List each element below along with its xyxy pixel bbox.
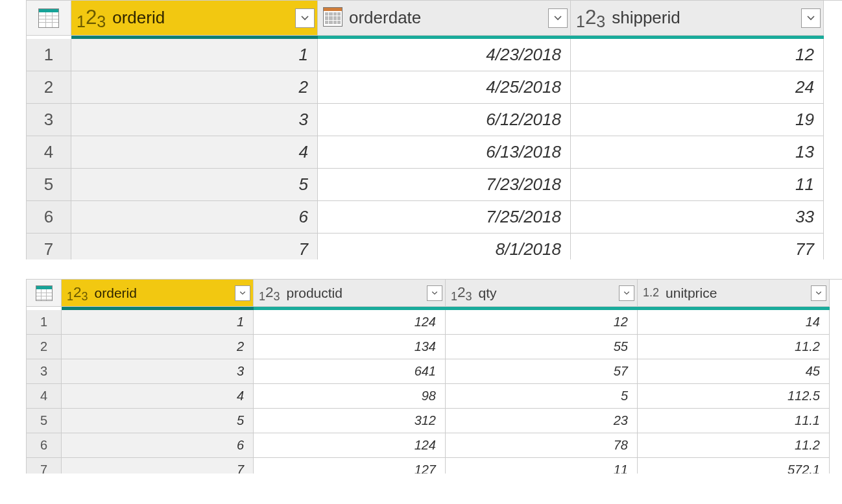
row-number[interactable]: 1 xyxy=(27,310,62,335)
cell-unitprice[interactable]: 572.1 xyxy=(638,458,830,474)
table-row[interactable]: 667/25/201833 xyxy=(27,201,842,234)
table-row[interactable]: 111241214 xyxy=(27,310,842,335)
cell-orderdate[interactable]: 7/25/2018 xyxy=(318,201,571,234)
cell-shipperid[interactable]: 12 xyxy=(571,39,824,71)
row-number[interactable]: 5 xyxy=(27,409,62,433)
cell-orderid[interactable]: 5 xyxy=(62,409,254,433)
table-row[interactable]: 336/12/201819 xyxy=(27,104,842,136)
column-header-shipperid[interactable]: 123shipperid xyxy=(571,1,824,36)
column-filter-qty[interactable] xyxy=(619,285,634,301)
column-filter-unitprice[interactable] xyxy=(811,285,826,301)
cell-orderdate[interactable]: 4/25/2018 xyxy=(318,71,571,104)
cell-orderid[interactable]: 6 xyxy=(62,433,254,458)
cell-shipperid[interactable]: 77 xyxy=(571,234,824,259)
cell-unitprice[interactable]: 11.2 xyxy=(638,433,830,458)
cell-orderdate[interactable]: 4/23/2018 xyxy=(318,39,571,71)
cell-orderdate[interactable]: 8/1/2018 xyxy=(318,234,571,259)
cell-qty[interactable]: 12 xyxy=(446,310,638,335)
cell-productid[interactable]: 134 xyxy=(254,335,446,359)
cell-orderid[interactable]: 6 xyxy=(71,201,318,234)
column-filter-shipperid[interactable] xyxy=(801,8,821,28)
row-number[interactable]: 6 xyxy=(27,433,62,458)
cell-qty[interactable]: 55 xyxy=(446,335,638,359)
table-row[interactable]: 44985112.5 xyxy=(27,384,842,409)
number-type-icon: 123 xyxy=(259,285,280,302)
row-number[interactable]: 1 xyxy=(27,39,71,71)
table-row[interactable]: 336415745 xyxy=(27,359,842,384)
cell-productid[interactable]: 124 xyxy=(254,310,446,335)
cell-orderid[interactable]: 5 xyxy=(71,169,318,201)
cell-orderid[interactable]: 4 xyxy=(71,136,318,169)
orderdetails-table[interactable]: 123orderid123productid123qty1.2unitprice… xyxy=(26,279,842,474)
cell-orderid[interactable]: 3 xyxy=(71,104,318,136)
select-all-corner[interactable] xyxy=(27,280,62,307)
cell-qty[interactable]: 5 xyxy=(446,384,638,409)
cell-unitprice[interactable]: 11.1 xyxy=(638,409,830,433)
cell-productid[interactable]: 641 xyxy=(254,359,446,384)
column-filter-orderid[interactable] xyxy=(295,8,315,28)
cell-shipperid[interactable]: 13 xyxy=(571,136,824,169)
cell-orderid[interactable]: 2 xyxy=(71,71,318,104)
cell-orderdate[interactable]: 6/13/2018 xyxy=(318,136,571,169)
row-number[interactable]: 4 xyxy=(27,384,62,409)
cell-orderid[interactable]: 7 xyxy=(71,234,318,259)
cell-orderid[interactable]: 4 xyxy=(62,384,254,409)
cell-orderid[interactable]: 7 xyxy=(62,458,254,474)
cell-shipperid[interactable]: 19 xyxy=(571,104,824,136)
cell-qty[interactable]: 78 xyxy=(446,433,638,458)
row-number[interactable]: 7 xyxy=(27,458,62,474)
cell-orderdate[interactable]: 6/12/2018 xyxy=(318,104,571,136)
cell-unitprice[interactable]: 45 xyxy=(638,359,830,384)
cell-unitprice[interactable]: 11.2 xyxy=(638,335,830,359)
table-row[interactable]: 557/23/201811 xyxy=(27,169,842,201)
row-number[interactable]: 7 xyxy=(27,234,71,259)
cell-shipperid[interactable]: 33 xyxy=(571,201,824,234)
cell-shipperid[interactable]: 11 xyxy=(571,169,824,201)
cell-qty[interactable]: 11 xyxy=(446,458,638,474)
table-row[interactable]: 446/13/201813 xyxy=(27,136,842,169)
cell-productid[interactable]: 124 xyxy=(254,433,446,458)
cell-unitprice[interactable]: 112.5 xyxy=(638,384,830,409)
cell-orderid[interactable]: 1 xyxy=(62,310,254,335)
column-label: qty xyxy=(476,285,497,301)
row-number[interactable]: 3 xyxy=(27,359,62,384)
cell-orderid[interactable]: 3 xyxy=(62,359,254,384)
table-row[interactable]: 224/25/201824 xyxy=(27,71,842,104)
cell-orderid[interactable]: 2 xyxy=(62,335,254,359)
row-number[interactable]: 6 xyxy=(27,201,71,234)
column-header-qty[interactable]: 123qty xyxy=(446,280,638,307)
cell-orderid[interactable]: 1 xyxy=(71,39,318,71)
column-filter-orderid[interactable] xyxy=(235,285,250,301)
column-header-productid[interactable]: 123productid xyxy=(254,280,446,307)
cell-orderdate[interactable]: 7/23/2018 xyxy=(318,169,571,201)
row-number[interactable]: 2 xyxy=(27,71,71,104)
table-row[interactable]: 221345511.2 xyxy=(27,335,842,359)
column-header-unitprice[interactable]: 1.2unitprice xyxy=(638,280,830,307)
row-number[interactable]: 3 xyxy=(27,104,71,136)
column-header-orderid[interactable]: 123orderid xyxy=(71,1,318,36)
table-row[interactable]: 114/23/201812 xyxy=(27,39,842,71)
table-row[interactable]: 661247811.2 xyxy=(27,433,842,458)
column-label: orderdate xyxy=(346,8,421,28)
select-all-corner[interactable] xyxy=(27,1,71,36)
cell-productid[interactable]: 98 xyxy=(254,384,446,409)
cell-qty[interactable]: 23 xyxy=(446,409,638,433)
cell-qty[interactable]: 57 xyxy=(446,359,638,384)
column-label: orderid xyxy=(110,8,165,28)
table-row[interactable]: 553122311.1 xyxy=(27,409,842,433)
row-number[interactable]: 4 xyxy=(27,136,71,169)
row-number[interactable]: 2 xyxy=(27,335,62,359)
row-number[interactable]: 5 xyxy=(27,169,71,201)
cell-unitprice[interactable]: 14 xyxy=(638,310,830,335)
table-row[interactable]: 778/1/201877 xyxy=(27,234,842,259)
table-row[interactable]: 7712711572.1 xyxy=(27,458,842,474)
cell-productid[interactable]: 312 xyxy=(254,409,446,433)
number-type-icon: 123 xyxy=(451,285,472,302)
column-filter-productid[interactable] xyxy=(427,285,442,301)
cell-productid[interactable]: 127 xyxy=(254,458,446,474)
orders-table[interactable]: 123orderidorderdate123shipperid114/23/20… xyxy=(26,0,842,259)
column-filter-orderdate[interactable] xyxy=(548,8,568,28)
column-header-orderid[interactable]: 123orderid xyxy=(62,280,254,307)
column-header-orderdate[interactable]: orderdate xyxy=(318,1,571,36)
cell-shipperid[interactable]: 24 xyxy=(571,71,824,104)
